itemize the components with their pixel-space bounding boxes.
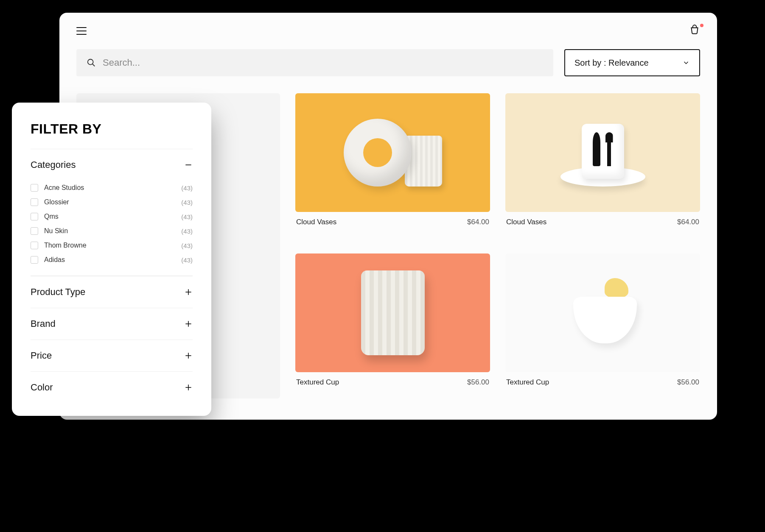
product-image	[295, 253, 490, 372]
search-icon	[87, 58, 96, 67]
filter-section-label: Categories	[31, 159, 76, 170]
filter-section-label: Price	[31, 350, 52, 361]
svg-line-1	[92, 64, 95, 67]
checkbox[interactable]	[31, 184, 38, 192]
category-name: Glossier	[44, 198, 69, 206]
filter-toggle-categories[interactable]: Categories	[31, 149, 193, 181]
checkbox[interactable]	[31, 213, 38, 220]
filter-toggle-product-type[interactable]: Product Type	[31, 276, 193, 308]
search-input[interactable]	[103, 57, 543, 68]
filter-section-product-type: Product Type	[31, 276, 193, 308]
checkbox[interactable]	[31, 242, 38, 249]
minus-icon	[184, 161, 193, 169]
category-name: Qms	[44, 213, 59, 220]
category-count: (43)	[181, 213, 193, 220]
filter-section-label: Brand	[31, 318, 56, 329]
search-bar[interactable]	[76, 49, 553, 76]
filter-toggle-color[interactable]: Color	[31, 372, 193, 403]
filter-section-color: Color	[31, 371, 193, 403]
filter-panel: FILTER BY Categories Acne Studios (43) G…	[12, 103, 211, 416]
filter-section-label: Color	[31, 382, 53, 393]
product-price: $64.00	[467, 218, 489, 226]
product-card[interactable]: Textured Cup $56.00	[505, 253, 700, 398]
sort-dropdown[interactable]: Sort by : Relevance	[564, 49, 700, 76]
plus-icon	[184, 383, 193, 392]
chevron-down-icon	[682, 59, 690, 67]
product-image	[295, 93, 490, 212]
category-name: Adidas	[44, 256, 65, 264]
category-item[interactable]: Acne Studios (43)	[31, 181, 193, 195]
product-card[interactable]: Textured Cup $56.00	[295, 253, 490, 398]
filter-section-price: Price	[31, 340, 193, 371]
checkbox[interactable]	[31, 227, 38, 235]
category-item[interactable]: Adidas (43)	[31, 253, 193, 267]
product-name: Textured Cup	[506, 378, 549, 387]
plus-icon	[184, 288, 193, 296]
menu-icon[interactable]	[76, 27, 87, 35]
checkbox[interactable]	[31, 256, 38, 264]
filter-section-brand: Brand	[31, 308, 193, 340]
sort-label: Sort by : Relevance	[574, 58, 649, 68]
category-item[interactable]: Nu Skin (43)	[31, 224, 193, 238]
category-count: (43)	[181, 256, 193, 264]
plus-icon	[184, 320, 193, 328]
filter-section-label: Product Type	[31, 287, 85, 298]
product-name: Cloud Vases	[506, 218, 546, 226]
product-image	[505, 253, 700, 372]
product-name: Cloud Vases	[296, 218, 336, 226]
filter-section-categories: Categories Acne Studios (43) Glossier (4…	[31, 149, 193, 276]
category-item[interactable]: Qms (43)	[31, 209, 193, 224]
filter-toggle-brand[interactable]: Brand	[31, 308, 193, 340]
category-name: Thom Browne	[44, 242, 87, 249]
product-card[interactable]: Cloud Vases $64.00	[505, 93, 700, 238]
controls-row: Sort by : Relevance	[59, 42, 717, 76]
product-image	[505, 93, 700, 212]
filter-title: FILTER BY	[31, 121, 193, 137]
category-name: Nu Skin	[44, 227, 68, 235]
svg-point-0	[88, 59, 93, 65]
product-card[interactable]: Cloud Vases $64.00	[295, 93, 490, 238]
topbar	[59, 13, 717, 42]
product-price: $56.00	[467, 378, 489, 387]
category-list: Acne Studios (43) Glossier (43) Qms (43)…	[31, 181, 193, 276]
product-price: $56.00	[677, 378, 699, 387]
cart-notification-dot	[700, 24, 703, 27]
checkbox[interactable]	[31, 198, 38, 206]
category-count: (43)	[181, 242, 193, 249]
product-price: $64.00	[677, 218, 699, 226]
category-count: (43)	[181, 228, 193, 235]
category-item[interactable]: Thom Browne (43)	[31, 238, 193, 253]
plus-icon	[184, 351, 193, 360]
category-name: Acne Studios	[44, 184, 84, 192]
category-item[interactable]: Glossier (43)	[31, 195, 193, 209]
product-name: Textured Cup	[296, 378, 339, 387]
category-count: (43)	[181, 184, 193, 192]
cart-button[interactable]	[689, 25, 700, 37]
cart-icon	[689, 25, 700, 36]
category-count: (43)	[181, 199, 193, 206]
filter-toggle-price[interactable]: Price	[31, 340, 193, 371]
